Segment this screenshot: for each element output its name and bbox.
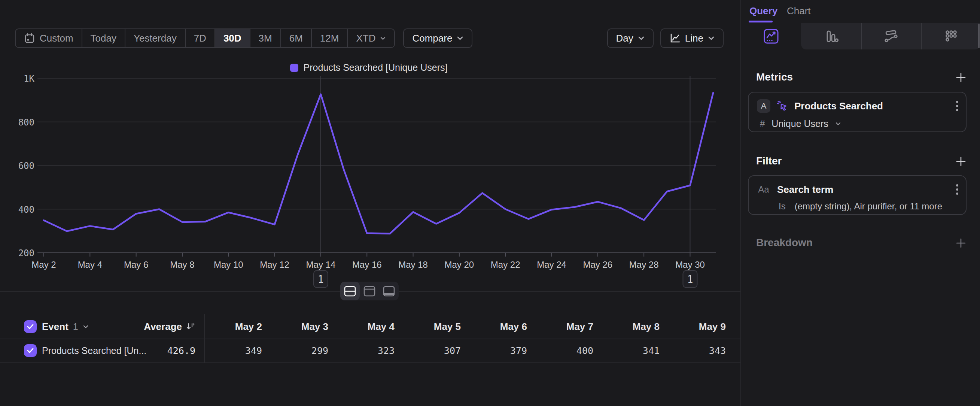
date-column-header: May 7 [530,315,593,339]
table-row: Products Searched [Un... 426.9 349299323… [0,339,740,363]
breakdown-section-title: Breakdown [756,237,813,249]
x-tick-label: May 10 [214,260,243,270]
x-tick-label: May 16 [352,260,382,270]
granularity-button[interactable]: Day [607,29,654,48]
layout-split-horizontal-toggle[interactable] [340,282,360,300]
line-chart[interactable]: May 2May 4May 6May 8May 10May 12May 14Ma… [0,73,740,301]
calendar-icon [24,33,35,44]
x-tick-label: May 30 [675,260,705,270]
date-range-12m[interactable]: 12M [312,29,348,47]
active-tab-underline [749,21,773,22]
filter-menu-button[interactable] [955,184,959,195]
layout-panel-bottom-toggle[interactable] [379,282,399,300]
tab-query[interactable]: Query [749,5,778,17]
chevron-down-icon[interactable] [83,325,89,329]
date-cell-value: 343 [662,339,726,362]
date-cell-value: 299 [265,339,328,362]
date-range-today[interactable]: Today [82,29,126,47]
filter-operator[interactable]: Is [779,201,786,212]
x-tick-label: May 4 [78,260,102,270]
x-tick-label: May 22 [491,260,520,270]
annotation-badge-label: 1 [687,274,693,285]
average-column-header: Average [144,321,182,333]
filter-value[interactable]: (empty string), Air purifier, or 11 more [795,201,942,212]
chart-type-tabs [741,23,980,49]
date-range-custom[interactable]: Custom [16,29,82,47]
add-breakdown-button[interactable] [955,237,967,249]
date-range-group: CustomTodayYesterday7D30D3M6M12MXTD [15,29,395,48]
row-checkbox[interactable] [24,344,37,357]
date-range-7d[interactable]: 7D [186,29,215,47]
chart-legend: Products Searched [Unique Users] [22,62,715,73]
measure-prefix: # [760,118,765,129]
flow-icon [883,28,899,45]
annotation-badge-label: 1 [318,274,324,285]
date-cell-value: 341 [596,339,660,362]
y-tick-label: 400 [18,204,35,215]
x-tick-label: May 26 [583,260,612,270]
tab-chart[interactable]: Chart [787,5,811,17]
tab-flow[interactable] [861,23,921,49]
x-tick-label: May 28 [629,260,659,270]
metric-name: Products Searched [794,100,955,112]
x-tick-label: May 8 [170,260,194,270]
x-tick-label: May 6 [124,260,148,270]
chart-type-label: Line [685,33,703,44]
y-tick-label: 600 [18,161,35,171]
tab-data-grid[interactable] [921,23,980,49]
layout-panel-top-toggle[interactable] [360,282,379,300]
panel-scrollbar[interactable] [978,24,980,48]
select-all-checkbox[interactable] [24,320,37,333]
date-range-3m[interactable]: 3M [250,29,281,47]
results-table: Event 1 Average May 2May 3May 4May 5May … [0,315,740,363]
add-filter-button[interactable] [955,156,967,167]
property-type-badge: Aa [757,184,770,195]
x-tick-label: May 2 [32,260,56,270]
chart-type-button[interactable]: Line [660,29,724,48]
date-column-header: May 5 [397,315,461,339]
filter-card[interactable]: Aa Search term Is (empty string), Air pu… [748,175,967,215]
tab-line-chart[interactable] [741,23,801,49]
measure-selector[interactable]: Unique Users [772,118,828,129]
compare-label: Compare [412,33,452,44]
event-click-icon [776,100,788,112]
chart-toolbar: CustomTodayYesterday7D30D3M6M12MXTD Comp… [15,29,724,48]
line-chart-frame-icon [763,28,780,45]
metric-menu-button[interactable] [955,101,959,111]
date-range-xtd[interactable]: XTD [348,29,394,47]
chevron-down-icon [708,36,714,40]
bar-chart-icon [823,28,839,45]
x-tick-label: May 24 [537,260,566,270]
tab-bar-chart[interactable] [801,23,861,49]
date-column-header: May 2 [198,315,262,339]
metric-card[interactable]: A Products Searched # Unique Users [748,92,967,132]
event-count: 1 [73,322,78,332]
x-tick-label: May 14 [306,260,336,270]
compare-button[interactable]: Compare [403,29,473,48]
date-cell-value: 349 [198,339,262,362]
line-chart-icon [669,33,681,43]
layout-toggle-group [340,282,399,300]
date-column-header: May 6 [463,315,527,339]
metric-index-badge: A [757,99,770,113]
row-average-value: 426.9 [167,345,196,356]
x-tick-label: May 18 [398,260,428,270]
series-line[interactable] [44,93,713,234]
table-column-divider [204,314,205,363]
date-range-30d[interactable]: 30D [215,29,250,47]
date-cell-value: 379 [463,339,527,362]
filter-property-name: Search term [777,184,955,196]
legend-swatch [290,64,298,72]
date-cell-value: 307 [397,339,461,362]
y-tick-label: 800 [18,117,35,128]
date-cell-value: 400 [530,339,593,362]
date-cell-value: 323 [331,339,395,362]
add-metric-button[interactable] [955,72,967,83]
x-tick-label: May 20 [445,260,474,270]
date-range-6m[interactable]: 6M [281,29,312,47]
date-column-header: May 4 [331,315,395,339]
date-range-yesterday[interactable]: Yesterday [126,29,186,47]
filter-section-title: Filter [756,155,782,167]
sort-descending-icon[interactable] [186,322,196,331]
chevron-down-icon [380,36,386,40]
